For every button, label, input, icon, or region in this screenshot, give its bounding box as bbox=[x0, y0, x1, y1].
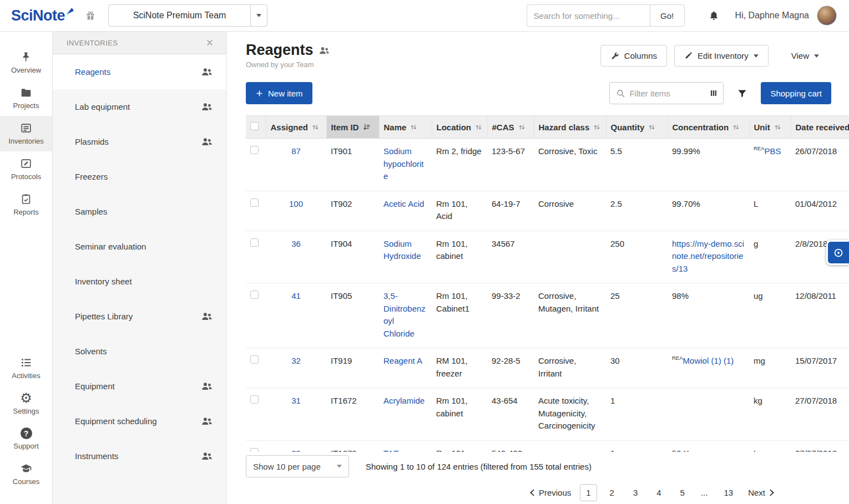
col-header-concentration[interactable]: Concentration bbox=[668, 116, 749, 139]
sidebar-item-projects[interactable]: Projects bbox=[0, 80, 52, 116]
team-selector[interactable]: SciNote Premium Team bbox=[108, 4, 267, 27]
inventory-item-label: Reagents bbox=[75, 67, 110, 77]
col-header-assigned[interactable]: Assigned bbox=[266, 116, 326, 139]
assigned-count-link[interactable]: 32 bbox=[291, 356, 301, 365]
item-name-link[interactable]: Sodium hypochlorite bbox=[383, 146, 424, 181]
per-page-select[interactable]: Show 10 per page bbox=[246, 455, 349, 477]
close-icon[interactable] bbox=[205, 38, 214, 47]
cell-quantity: 1 bbox=[606, 440, 668, 452]
pagination-page-3[interactable]: 3 bbox=[627, 484, 644, 501]
col-header-hazard-class[interactable]: Hazard class bbox=[534, 116, 606, 139]
view-button[interactable]: View bbox=[784, 45, 827, 67]
pagination-page-2[interactable]: 2 bbox=[604, 484, 620, 501]
assigned-count-link[interactable]: 87 bbox=[291, 146, 301, 156]
inventory-item-lab-equipment[interactable]: Lab equipment bbox=[53, 89, 226, 124]
search-go-button[interactable]: Go! bbox=[650, 4, 685, 27]
item-name-link[interactable]: Acetic Acid bbox=[383, 199, 424, 208]
filter-funnel-icon[interactable] bbox=[737, 88, 747, 99]
team-selector-caret[interactable] bbox=[250, 5, 267, 26]
col-header-cas[interactable]: #CAS bbox=[487, 116, 534, 139]
cell-cas: 123-5-67 bbox=[487, 139, 534, 191]
col-header-unit[interactable]: Unit bbox=[749, 116, 791, 139]
pagination-page-5[interactable]: 5 bbox=[674, 484, 691, 501]
sidebar-item-support[interactable]: ? Support bbox=[0, 421, 52, 456]
shopping-cart-button[interactable]: Shopping cart bbox=[761, 82, 831, 104]
support-chat-widget[interactable] bbox=[826, 240, 849, 265]
col-header-select[interactable] bbox=[246, 116, 266, 139]
inventory-item-freezers[interactable]: Freezers bbox=[53, 159, 226, 194]
item-name-link[interactable]: 3,5-Dinitrobenzoyl Chloride bbox=[383, 291, 426, 338]
sidebar-item-label: Projects bbox=[13, 101, 39, 110]
unit-link[interactable]: PBS bbox=[765, 146, 781, 156]
scinote-logo[interactable]: SciNote bbox=[11, 7, 73, 24]
cell-hazard bbox=[534, 231, 606, 283]
col-label: Quantity bbox=[611, 123, 645, 132]
cell-hazard: Corrosive bbox=[534, 191, 606, 231]
item-name-link[interactable]: Reagent A bbox=[383, 356, 422, 365]
row-checkbox[interactable] bbox=[250, 291, 259, 299]
user-avatar[interactable] bbox=[817, 6, 837, 26]
item-name-link[interactable]: Sodium Hydroxide bbox=[383, 239, 421, 261]
item-name-link[interactable]: Acrylamide bbox=[383, 396, 424, 405]
pagination-page-4[interactable]: 4 bbox=[650, 484, 667, 501]
inventory-item-label: Pipettes Library bbox=[75, 312, 133, 321]
cell-unit: ug bbox=[749, 283, 791, 348]
inventory-item-reagents[interactable]: Reagents bbox=[53, 54, 226, 89]
cell-location: RM 101, freezer bbox=[432, 348, 487, 388]
inventory-item-inventory-sheet[interactable]: Inventory sheet bbox=[53, 264, 226, 299]
row-checkbox[interactable] bbox=[250, 198, 259, 207]
concentration-link[interactable]: https://my-demo.scinote.net/repositories… bbox=[672, 239, 744, 273]
inventory-item-label: Lab equipment bbox=[75, 102, 130, 111]
inventory-item-solvents[interactable]: Solvents bbox=[53, 334, 226, 369]
edit-inventory-button[interactable]: Edit Inventory bbox=[674, 45, 769, 67]
col-header-item-id[interactable]: Item ID bbox=[326, 116, 379, 139]
inventory-item-seminar-evaluation[interactable]: Seminar evaluation bbox=[53, 229, 226, 264]
assigned-count-link[interactable]: 100 bbox=[289, 199, 303, 208]
columns-button[interactable]: Columns bbox=[600, 45, 667, 67]
select-all-checkbox[interactable] bbox=[250, 122, 259, 130]
row-checkbox[interactable] bbox=[250, 355, 259, 364]
assigned-count-link[interactable]: 31 bbox=[291, 396, 301, 405]
col-header-location[interactable]: Location bbox=[432, 116, 487, 139]
pagination-next[interactable]: Next bbox=[746, 485, 777, 501]
caret-down-icon bbox=[814, 54, 819, 58]
inventory-item-instruments[interactable]: Instruments bbox=[53, 439, 226, 474]
row-checkbox[interactable] bbox=[250, 146, 259, 154]
shared-team-icon bbox=[201, 136, 213, 147]
inventory-item-equipment-scheduling[interactable]: Equipment scheduling bbox=[53, 404, 226, 439]
cell-date-received: 12/08/2011 bbox=[791, 283, 849, 348]
cell-hazard bbox=[534, 440, 606, 452]
sidebar-item-inventories[interactable]: Inventories bbox=[0, 116, 52, 151]
row-checkbox[interactable] bbox=[250, 395, 259, 404]
sidebar-item-courses[interactable]: Courses bbox=[0, 456, 52, 492]
sidebar-item-settings[interactable]: ⚙ Settings bbox=[0, 386, 52, 421]
sidebar-item-reports[interactable]: Reports bbox=[0, 187, 52, 222]
row-checkbox[interactable] bbox=[250, 448, 259, 452]
row-checkbox[interactable] bbox=[250, 238, 259, 247]
new-item-button[interactable]: New item bbox=[246, 82, 312, 104]
concentration-link[interactable]: Mowiol (1) (1) bbox=[683, 356, 734, 365]
col-header-quantity[interactable]: Quantity bbox=[606, 116, 668, 139]
assigned-count-link[interactable]: 41 bbox=[291, 291, 301, 301]
global-search-input[interactable] bbox=[527, 4, 650, 27]
filter-items-input[interactable] bbox=[629, 89, 705, 98]
columns-visibility-icon[interactable] bbox=[709, 89, 718, 98]
gift-icon[interactable] bbox=[85, 10, 96, 21]
cell-concentration bbox=[668, 388, 749, 441]
cell-quantity: 250 bbox=[606, 231, 668, 283]
inventory-item-samples[interactable]: Samples bbox=[53, 194, 226, 229]
assigned-count-link[interactable]: 36 bbox=[291, 239, 301, 248]
col-header-name[interactable]: Name bbox=[379, 116, 432, 139]
inventory-item-plasmids[interactable]: Plasmids bbox=[53, 124, 226, 159]
inventory-item-equipment[interactable]: Equipment bbox=[53, 369, 226, 404]
inventory-item-label: Equipment scheduling bbox=[75, 416, 157, 426]
sidebar-item-protocols[interactable]: Protocols bbox=[0, 151, 52, 187]
pagination-page-1[interactable]: 1 bbox=[580, 484, 597, 501]
sidebar-item-activities[interactable]: Activities bbox=[0, 350, 52, 386]
pagination-page-13[interactable]: 13 bbox=[717, 484, 739, 501]
notifications-bell-icon[interactable] bbox=[708, 10, 720, 22]
inventory-item-pipettes-library[interactable]: Pipettes Library bbox=[53, 299, 226, 334]
sidebar-item-overview[interactable]: Overview bbox=[0, 45, 52, 80]
col-header-date-received[interactable]: Date received bbox=[791, 116, 849, 139]
pagination-previous[interactable]: Previous bbox=[527, 485, 573, 501]
